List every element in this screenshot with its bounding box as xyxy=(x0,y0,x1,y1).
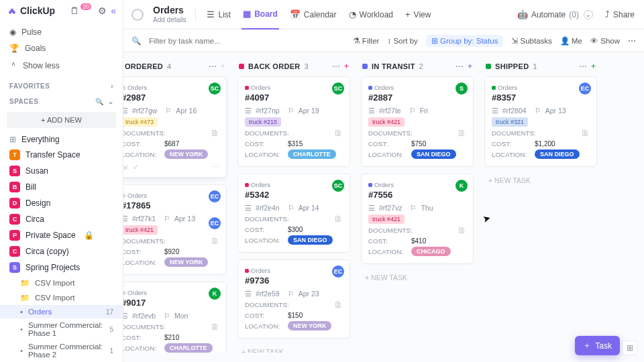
new-task-button[interactable]: + NEW TASK xyxy=(361,271,474,284)
subtasks-button[interactable]: ⇲ Subtasks xyxy=(511,36,552,46)
document-icon[interactable]: 🗎 xyxy=(211,322,219,332)
new-task-button[interactable]: + NEW TASK xyxy=(237,345,350,353)
space-item[interactable]: CCirca (copy) xyxy=(0,243,123,259)
document-icon[interactable]: 🗎 xyxy=(458,225,466,235)
truck-tag[interactable]: truck #421 xyxy=(123,225,158,235)
task-card[interactable]: Orders #5342 SC ☰#rf2e4n⚐Apr 14 Document… xyxy=(237,174,350,253)
share-button[interactable]: ⤴Share xyxy=(604,0,636,29)
task-card[interactable]: Orders #7556 K ☰#rf27vz⚐Thu truck #421 D… xyxy=(361,174,474,264)
location-pill[interactable]: SAN DIEGO xyxy=(288,235,333,245)
nested-item[interactable]: •Summer Commercial: Phase 21 xyxy=(0,340,123,361)
location-pill[interactable]: NEW YORK xyxy=(164,257,208,267)
more-icon[interactable]: ⋯ xyxy=(212,163,219,172)
document-icon[interactable]: 🗎 xyxy=(458,128,466,138)
new-task-button[interactable]: + NEW TASK xyxy=(484,174,597,187)
task-card[interactable]: Orders #17865 EC EC ☰#rf27k1⚐Apr 13 truc… xyxy=(123,184,227,275)
more-icon[interactable]: ⋯ xyxy=(579,62,587,71)
show-button[interactable]: 👁 Show xyxy=(590,37,620,45)
spaces-header[interactable]: SPACES🔍⌄ xyxy=(0,93,123,108)
sidebar-goals[interactable]: 🏆Goals xyxy=(0,40,123,56)
more-icon[interactable]: ⋯ xyxy=(455,62,464,71)
task-card[interactable]: Orders #8357 EC ☰#rf2804⚐Apr 13 truck #3… xyxy=(484,76,597,167)
space-item[interactable]: BBill xyxy=(0,179,123,195)
more-icon[interactable]: ⋯ xyxy=(209,62,217,71)
sidebar-show-less[interactable]: ＾Show less xyxy=(0,56,123,74)
sidebar-everything[interactable]: ⊞Everything xyxy=(0,132,123,147)
document-icon[interactable]: 🗎 xyxy=(581,128,590,138)
subtask-icon[interactable]: ⇲ xyxy=(123,163,127,172)
plus-icon[interactable]: + xyxy=(591,62,596,71)
truck-tag[interactable]: truck #321 xyxy=(492,117,528,127)
assignee-avatar[interactable]: SC xyxy=(209,82,221,95)
location-pill[interactable]: CHICAGO xyxy=(411,247,451,256)
assignee-avatar[interactable]: K xyxy=(209,288,221,300)
location-pill[interactable]: SAN DIEGO xyxy=(411,149,456,159)
task-card[interactable]: Orders #4097 SC ☰#rf27np⚐Apr 19 truck #2… xyxy=(237,76,350,167)
logo[interactable]: ClickUp xyxy=(7,5,55,16)
page-title[interactable]: Orders xyxy=(153,5,186,15)
location-pill[interactable]: SAN DIEGO xyxy=(535,149,580,159)
nested-item[interactable]: 📁CSV Import xyxy=(0,290,123,305)
truck-tag[interactable]: truck #421 xyxy=(368,215,405,224)
view-list[interactable]: ☰List xyxy=(205,0,232,29)
assignee-avatar[interactable]: SC xyxy=(332,180,344,192)
search-icon[interactable]: 🔍 xyxy=(131,36,141,46)
filter-button[interactable]: ⚗ Filter xyxy=(353,36,380,46)
assignee-avatar[interactable]: SC xyxy=(332,82,344,95)
task-card[interactable]: Orders #9736 EC ☰#rf2e59⚐Apr 23 Document… xyxy=(237,259,350,339)
more-icon[interactable]: ⋯ xyxy=(628,36,636,46)
search-icon[interactable]: 🔍 xyxy=(95,98,104,105)
space-item[interactable]: TTransfer Space xyxy=(0,147,123,163)
plus-icon[interactable]: + xyxy=(221,62,225,71)
nested-item[interactable]: •Orders17 xyxy=(0,305,123,318)
view-workload[interactable]: ◔Workload xyxy=(347,0,394,29)
document-icon[interactable]: 🗎 xyxy=(334,128,343,138)
document-icon[interactable]: 🗎 xyxy=(334,214,343,224)
add-new-space[interactable]: + ADD NEW xyxy=(7,112,116,128)
assignee-avatar[interactable]: EC xyxy=(332,265,344,278)
plus-icon[interactable]: + xyxy=(468,62,472,71)
space-item[interactable]: SSusan xyxy=(0,163,123,179)
sidebar-pulse[interactable]: ◉Pulse xyxy=(0,24,123,40)
view-calendar[interactable]: 📅Calendar xyxy=(288,0,338,29)
nested-item[interactable]: •Summer Commercial: Phase 15 xyxy=(0,318,123,340)
nested-item[interactable]: 📁CSV Import xyxy=(0,276,123,290)
me-button[interactable]: 👤 Me xyxy=(560,36,582,46)
favorites-header[interactable]: FAVORITES› xyxy=(0,77,123,93)
document-icon[interactable]: 🗎 xyxy=(334,300,343,310)
document-icon[interactable]: 🗎 xyxy=(211,236,219,246)
apps-fab[interactable]: ⊞ xyxy=(623,341,637,355)
assignee-avatar[interactable]: EC xyxy=(579,82,591,95)
collapse-sidebar-icon[interactable]: « xyxy=(111,5,116,16)
truck-tag[interactable]: truck #473 xyxy=(123,117,158,127)
task-card[interactable]: Orders #2987 SC ☰#rf27gw⚐Apr 16 truck #4… xyxy=(123,76,227,178)
task-card[interactable]: Orders #2887 S ☰#rf27te⚐Fri truck #421 D… xyxy=(361,76,474,167)
assignee-avatar[interactable]: EC xyxy=(209,190,221,202)
location-pill[interactable]: NEW YORK xyxy=(288,321,331,330)
assignee-avatar[interactable]: K xyxy=(455,180,468,192)
list-color-icon[interactable] xyxy=(131,9,144,21)
truck-tag[interactable]: truck #421 xyxy=(368,117,405,127)
assignee-avatar[interactable]: S xyxy=(455,82,468,95)
notepad-icon[interactable]: 🗒 xyxy=(70,5,79,16)
plus-icon[interactable]: + xyxy=(344,62,349,71)
space-item[interactable]: PPrivate Space🔒 xyxy=(0,227,123,243)
document-icon[interactable]: 🗎 xyxy=(211,128,219,138)
sort-button[interactable]: ↕ Sort by xyxy=(387,37,417,45)
space-item[interactable]: SSpring Projects xyxy=(0,259,123,276)
space-item[interactable]: DDesign xyxy=(0,195,123,211)
more-icon[interactable]: ⋯ xyxy=(332,62,340,71)
task-card[interactable]: Orders #9017 K ☰#rf2evb⚐Mon Documents:🗎 … xyxy=(123,282,227,353)
space-item[interactable]: CCirca xyxy=(0,211,123,227)
group-by-button[interactable]: ⊞ Group by: Status xyxy=(426,35,504,47)
add-view[interactable]: +View xyxy=(404,0,432,29)
automate-button[interactable]: 🤖Automate (0)⌄ xyxy=(516,0,594,29)
gear-icon[interactable]: ⚙ xyxy=(98,5,107,16)
truck-tag[interactable]: truck #215 xyxy=(245,117,281,127)
location-pill[interactable]: CHARLOTTE xyxy=(164,343,213,353)
assignee-avatar[interactable]: EC xyxy=(209,217,221,229)
search-input[interactable] xyxy=(149,37,256,45)
location-pill[interactable]: CHARLOTTE xyxy=(288,149,336,159)
view-board[interactable]: ▦Board xyxy=(241,0,279,29)
location-pill[interactable]: NEW YORK xyxy=(164,149,208,159)
